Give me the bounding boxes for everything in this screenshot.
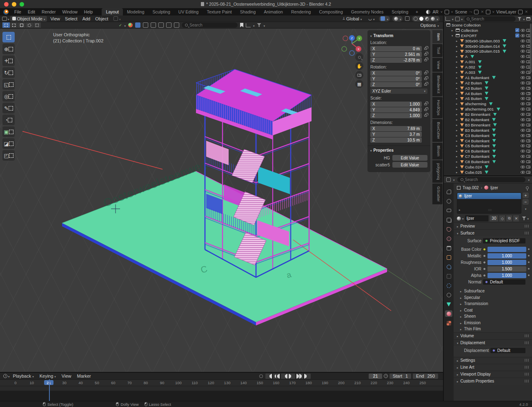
hide-viewport-icon[interactable]: [521, 55, 525, 58]
hide-viewport-icon[interactable]: [521, 155, 525, 158]
subpanel-header[interactable]: Transmission: [454, 301, 532, 307]
edit-value-button[interactable]: Edit Value: [392, 155, 427, 161]
filter-funnel-icon[interactable]: [517, 17, 521, 21]
panel-header[interactable]: Viewport Display: [454, 371, 532, 378]
rotation-field[interactable]: Y0°: [370, 76, 422, 82]
keyframe-dot[interactable]: [528, 248, 530, 250]
disable-render-icon[interactable]: [526, 92, 530, 95]
properties-tab[interactable]: [445, 254, 452, 261]
disable-render-icon[interactable]: [526, 113, 530, 116]
object-row[interactable]: A1 Buitenkant: [444, 75, 532, 80]
lock-icon[interactable]: [423, 72, 427, 74]
socket-dot[interactable]: [483, 248, 486, 251]
expand-icon[interactable]: [456, 149, 459, 153]
playback-menu[interactable]: Playback: [11, 374, 36, 378]
slot-row-selected[interactable]: Ijzer: [457, 193, 521, 199]
expand-icon[interactable]: [456, 134, 459, 137]
expand-icon[interactable]: [456, 165, 459, 169]
value-slider[interactable]: 1.000: [487, 260, 526, 265]
lock-icon[interactable]: [423, 103, 427, 105]
lock-icon[interactable]: [423, 53, 427, 55]
subpanel-header[interactable]: Coat: [454, 307, 532, 314]
expand-icon[interactable]: [456, 113, 459, 116]
n-panel-tab[interactable]: BlenderKit: [432, 73, 443, 96]
scale-field[interactable]: Z1.000: [370, 113, 422, 118]
new-material-button[interactable]: ⧉: [506, 215, 512, 221]
render-engine-label[interactable]: AR: [432, 9, 439, 14]
dimension-field[interactable]: Z10.5 m: [370, 137, 422, 143]
panel-header[interactable]: Custom Properties: [454, 378, 532, 385]
object-row[interactable]: C4 Buitenkant: [444, 138, 532, 144]
scene-selector[interactable]: Scene: [455, 9, 467, 14]
material-name-field[interactable]: Ijzer: [465, 215, 489, 221]
disable-render-icon[interactable]: [526, 87, 530, 90]
wireframe-shading-icon[interactable]: [414, 17, 418, 21]
properties-tab[interactable]: [445, 217, 452, 223]
hide-viewport-icon[interactable]: [521, 124, 525, 126]
expand-icon[interactable]: [456, 155, 459, 158]
n-panel-tab[interactable]: HardOps: [432, 97, 443, 118]
perspective-toggle-button[interactable]: ▦: [355, 80, 363, 88]
lock-icon[interactable]: [423, 115, 427, 117]
falloff-sphere-icon[interactable]: [128, 23, 133, 27]
n-panel-tab[interactable]: Tool: [432, 44, 443, 57]
n-panel-tab[interactable]: GScatter: [432, 184, 443, 205]
properties-tab[interactable]: [445, 263, 452, 270]
value-slider[interactable]: [487, 247, 526, 252]
workspace-tab[interactable]: Animation: [260, 8, 287, 15]
expand-icon[interactable]: [456, 170, 459, 174]
properties-tab[interactable]: [445, 226, 452, 232]
collapse-icon[interactable]: [452, 34, 454, 38]
properties-search[interactable]: [457, 177, 526, 182]
disable-render-icon[interactable]: [526, 144, 530, 147]
object-row[interactable]: C6 Buitenkant: [444, 148, 532, 154]
expand-icon[interactable]: [456, 123, 459, 127]
expand-icon[interactable]: [456, 160, 459, 164]
location-field[interactable]: Z-2.878 m: [370, 58, 422, 63]
fake-user-shield-icon[interactable]: ◇: [499, 215, 505, 221]
object-row[interactable]: C5 Buitenkant: [444, 143, 532, 148]
collection-checkbox[interactable]: [515, 33, 519, 38]
preview-panel-header[interactable]: Preview: [454, 222, 532, 229]
keyframe-dot[interactable]: [528, 255, 530, 257]
object-row[interactable]: 305x90-1Buiten.014: [444, 44, 532, 49]
select-mode-tweak[interactable]: [2, 22, 10, 28]
object-row[interactable]: B3 Binnenkant: [444, 122, 532, 128]
n-panel-tab[interactable]: polygoniq: [432, 160, 443, 183]
hide-viewport-icon[interactable]: [521, 160, 525, 163]
properties-tab[interactable]: [445, 301, 452, 307]
expand-icon[interactable]: [456, 118, 459, 122]
normal-dropdown[interactable]: Default: [483, 279, 525, 285]
filter-funnel-icon[interactable]: [522, 217, 526, 220]
properties-tab[interactable]: [445, 273, 452, 279]
object-row[interactable]: B2 Binnenkant: [444, 112, 532, 117]
tool-button[interactable]: [2, 138, 15, 149]
rendered-shading-icon[interactable]: [431, 17, 435, 21]
hide-viewport-icon[interactable]: [521, 76, 525, 79]
disable-render-icon[interactable]: [526, 97, 530, 100]
collapse-icon[interactable]: [370, 148, 372, 153]
auto-key-button[interactable]: [259, 374, 263, 378]
hide-viewport-icon[interactable]: [521, 97, 525, 100]
workspace-tab[interactable]: Compositing: [315, 8, 347, 15]
disable-render-icon[interactable]: [526, 129, 530, 132]
hide-viewport-icon[interactable]: [521, 87, 525, 90]
unlink-material-button[interactable]: ✕: [513, 215, 519, 221]
next-keyframe-button[interactable]: [296, 374, 303, 379]
solid-shading-icon[interactable]: [419, 17, 423, 21]
hide-viewport-icon[interactable]: [521, 113, 525, 116]
collapse-icon[interactable]: [370, 33, 372, 38]
hide-viewport-icon[interactable]: [521, 71, 525, 74]
workspace-tab[interactable]: Layout: [102, 8, 123, 15]
expand-icon[interactable]: [456, 86, 459, 90]
gizmo-toggle[interactable]: [379, 16, 390, 22]
marker-menu[interactable]: Marker: [74, 374, 93, 378]
snap-magnet-icon[interactable]: ◡: [366, 16, 376, 22]
hide-viewport-icon[interactable]: [521, 82, 525, 84]
object-row[interactable]: A: [444, 54, 532, 59]
tool-button[interactable]: [2, 103, 15, 113]
properties-tab[interactable]: [445, 282, 452, 289]
light-filter-toggle[interactable]: [166, 22, 171, 28]
material-browse-icon[interactable]: [457, 217, 461, 221]
hide-viewport-icon[interactable]: [521, 129, 525, 132]
